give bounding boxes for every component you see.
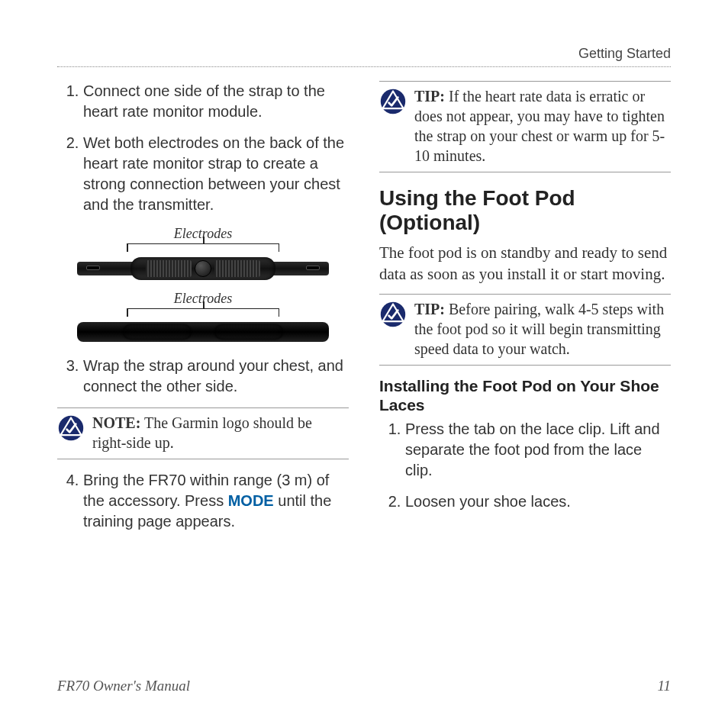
note-icon <box>57 414 85 442</box>
install-step-1: Press the tab on the lace clip. Lift and… <box>405 419 671 481</box>
hrm-strap-front <box>77 257 329 280</box>
tip-callout-1: TIP: If the heart rate data is erratic o… <box>379 81 671 172</box>
note-label: NOTE: <box>92 414 140 431</box>
step-2: Wet both electrodes on the back of the h… <box>83 133 349 215</box>
tip-icon <box>379 88 407 115</box>
step-1: Connect one side of the strap to the hea… <box>83 81 349 122</box>
page-number: 11 <box>657 678 671 694</box>
section-heading-foot-pod: Using the Foot Pod (Optional) <box>379 186 671 235</box>
install-step-2: Loosen your shoe laces. <box>405 491 671 512</box>
tip-1-text: TIP: If the heart rate data is erratic o… <box>414 86 668 166</box>
section-body-foot-pod: The foot pod is on standby and ready to … <box>379 243 671 285</box>
note-text: NOTE: The Garmin logo should be right-si… <box>92 413 346 453</box>
step-4: Bring the FR70 within range (3 m) of the… <box>83 470 349 532</box>
step-3: Wrap the strap around your chest, and co… <box>83 356 349 397</box>
hrm-steps-1-2: Connect one side of the strap to the hea… <box>57 81 349 215</box>
note-callout: NOTE: The Garmin logo should be right-si… <box>57 407 349 459</box>
breadcrumb: Getting Started <box>578 46 671 61</box>
hrm-strap-back <box>77 322 329 342</box>
diagram-bracket-top <box>127 243 279 254</box>
diagram-bracket-bottom <box>127 308 279 319</box>
hrm-step-3: Wrap the strap around your chest, and co… <box>57 356 349 397</box>
tip-callout-2: TIP: Before pairing, walk 4-5 steps with… <box>379 294 671 366</box>
install-steps: Press the tab on the lace clip. Lift and… <box>379 419 671 512</box>
left-column: Connect one side of the strap to the hea… <box>57 81 349 543</box>
mode-key: MODE <box>228 492 274 509</box>
right-column: TIP: If the heart rate data is erratic o… <box>379 81 671 543</box>
tip-2-text: TIP: Before pairing, walk 4-5 steps with… <box>414 299 668 359</box>
tip-icon <box>379 301 407 328</box>
page-footer: FR70 Owner's Manual 11 <box>57 678 671 694</box>
tip-1-body: If the heart rate data is erratic or doe… <box>414 88 665 164</box>
electrodes-diagram: Electrodes Electrodes <box>57 226 349 342</box>
hrm-step-4: Bring the FR70 within range (3 m) of the… <box>57 470 349 532</box>
footer-title: FR70 Owner's Manual <box>57 678 190 694</box>
page-header: Getting Started <box>57 46 671 67</box>
tip-2-label: TIP: <box>414 301 445 317</box>
subsection-heading-install: Installing the Foot Pod on Your Shoe Lac… <box>379 376 671 414</box>
tip-1-label: TIP: <box>414 88 445 105</box>
tip-2-body: Before pairing, walk 4-5 steps with the … <box>414 301 664 357</box>
